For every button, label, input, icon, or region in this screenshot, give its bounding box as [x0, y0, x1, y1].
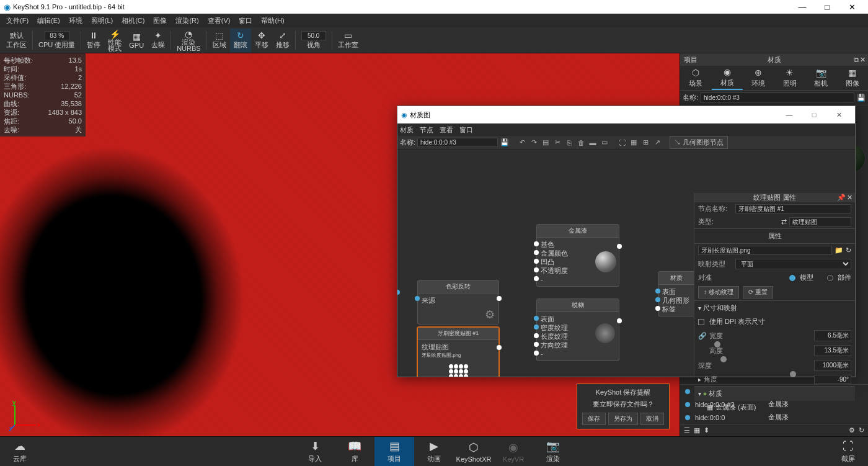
size-section-header[interactable]: 尺寸和映射 — [703, 304, 737, 311]
type-swap-icon[interactable]: ⇄ — [781, 218, 787, 226]
view-grid-icon[interactable]: ▦ — [694, 426, 700, 434]
mg-name-input[interactable] — [417, 138, 498, 147]
file-input[interactable] — [698, 246, 832, 255]
dolly-button[interactable]: ⤢推移 — [272, 29, 293, 52]
grid-icon[interactable]: ▦ — [629, 138, 639, 148]
tab-scene[interactable]: ⬡场景 — [680, 66, 712, 90]
menu-camera[interactable]: 相机(C) — [118, 15, 148, 27]
keyshotxr-button[interactable]: ⬡KeyShotXR — [454, 437, 494, 467]
tab-image[interactable]: ▦图像 — [837, 66, 869, 90]
panel-close-icon[interactable]: ✕ — [860, 56, 866, 64]
copy-icon[interactable]: ⎘ — [564, 138, 574, 148]
move-texture-button[interactable]: ↕ 移动纹理 — [698, 286, 739, 298]
menu-window[interactable]: 窗口 — [235, 15, 256, 27]
project-button[interactable]: ▤项目 — [374, 437, 414, 467]
props-close-icon[interactable]: ✕ — [847, 194, 852, 202]
nurbs-button[interactable]: ◔渲染 NURBS — [173, 29, 205, 52]
folder-icon[interactable]: 📁 — [835, 246, 843, 254]
screenshot-button[interactable]: ⛶截屏 — [828, 437, 868, 467]
redo-icon[interactable]: ↷ — [529, 138, 539, 148]
cloud-library-button[interactable]: ☁云库 — [0, 437, 40, 467]
pin-icon[interactable]: 📌 — [837, 194, 846, 202]
menu-help[interactable]: 帮助(H) — [257, 15, 288, 27]
workspace-default[interactable]: 默认工作区 — [2, 29, 30, 52]
width-input[interactable]: 6.5毫米 — [814, 330, 851, 341]
node-name-input[interactable] — [735, 204, 851, 213]
menu-view[interactable]: 查看(V) — [204, 15, 234, 27]
delete-icon[interactable]: 🗑 — [576, 138, 586, 148]
mg-maximize-button[interactable]: □ — [802, 111, 826, 119]
tool-icon[interactable]: ▤ — [541, 138, 551, 148]
depth-input[interactable]: 1000毫米 — [814, 360, 851, 371]
keyvr-button[interactable]: ◉KeyVR — [494, 437, 533, 467]
pause-button[interactable]: ⏸暂停 — [83, 29, 104, 52]
tab-camera[interactable]: 📷相机 — [805, 66, 837, 90]
type-input[interactable] — [789, 217, 851, 226]
undo-icon[interactable]: ↶ — [517, 138, 527, 148]
menu-edit[interactable]: 编辑(E) — [33, 15, 64, 27]
panel-undock-icon[interactable]: ⧉ — [854, 56, 859, 64]
angle-input[interactable]: -90° — [814, 375, 851, 384]
node-color-invert[interactable]: 色彩反转 来源 ⚙ — [417, 280, 499, 325]
filter-icon[interactable]: ⚙ — [849, 426, 855, 434]
menu-image[interactable]: 图像 — [149, 15, 170, 27]
node-texture-map[interactable]: 牙刷密度贴图 #1 纹理贴图 牙刷长度贴图.png — [417, 327, 499, 377]
mg-titlebar[interactable]: ◉ 材质图 — □ ✕ — [397, 106, 855, 123]
node-metal-paint[interactable]: 金属漆 基色 金属颜色 凹凸 不透明度 - — [536, 224, 619, 287]
menu-render[interactable]: 渲染(R) — [172, 15, 202, 27]
view-tree-icon[interactable]: ⬍ — [704, 426, 709, 434]
menu-environment[interactable]: 环境 — [65, 15, 86, 27]
region-button[interactable]: ⬚区域 — [209, 29, 230, 52]
render-button[interactable]: 📷渲染 — [533, 437, 573, 467]
axis-gizmo[interactable]: yxz — [9, 400, 40, 431]
gpu-button[interactable]: ▦GPU — [125, 29, 148, 52]
geom-nodes-button[interactable]: ↘ 几何图形节点 — [670, 136, 728, 149]
save-icon[interactable]: 💾 — [857, 94, 866, 102]
tool-icon[interactable]: ▬ — [588, 138, 598, 148]
tool-icon[interactable]: ✂ — [552, 138, 562, 148]
surface-item[interactable]: 金属漆 (表面) — [715, 403, 756, 412]
fov-button[interactable]: 50.0视角 — [298, 29, 330, 52]
save-button[interactable]: 保存 — [582, 413, 606, 425]
mg-menu-material[interactable]: 材质 — [400, 125, 414, 135]
library-button[interactable]: 📖库 — [335, 437, 374, 467]
menu-lighting[interactable]: 照明(L) — [87, 15, 117, 27]
material-section[interactable]: 材质 — [709, 390, 722, 397]
material-name-input[interactable] — [701, 92, 854, 103]
mg-menu-view[interactable]: 查看 — [440, 125, 453, 135]
reset-button[interactable]: ⟳ 重置 — [743, 286, 773, 298]
node-blur[interactable]: 模糊 表面 密度纹理 长度纹理 方向纹理 - — [536, 298, 619, 361]
reload-icon[interactable]: ↻ — [846, 246, 851, 254]
attr-tab[interactable]: 属性 — [694, 228, 855, 244]
mg-close-button[interactable]: ✕ — [826, 111, 851, 119]
menu-file[interactable]: 文件(F) — [2, 15, 32, 27]
animation-button[interactable]: ▶动画 — [414, 437, 454, 467]
save-icon[interactable]: 💾 — [500, 138, 510, 148]
mapping-select[interactable]: 平面 — [735, 259, 851, 269]
tab-lighting[interactable]: ☀照明 — [774, 66, 806, 90]
maximize-button[interactable]: □ — [815, 2, 839, 12]
import-button[interactable]: ⬇导入 — [295, 437, 335, 467]
mg-menu-node[interactable]: 节点 — [420, 125, 433, 135]
close-button[interactable]: ✕ — [839, 2, 864, 12]
mg-minimize-button[interactable]: — — [777, 111, 802, 119]
mg-menu-window[interactable]: 窗口 — [459, 125, 473, 135]
link-icon[interactable]: 🔗 — [698, 332, 707, 340]
pan-button[interactable]: ✥平移 — [251, 29, 272, 52]
tool-icon[interactable]: ▭ — [600, 138, 609, 148]
height-input[interactable]: 13.5毫米 — [814, 345, 851, 356]
tool-icon[interactable]: ⊞ — [640, 138, 650, 148]
node-material-output[interactable]: 材质 表面 几何图形 标签 — [658, 271, 695, 316]
expand-icon[interactable]: ↗ — [652, 138, 662, 148]
view-list-icon[interactable]: ☰ — [684, 426, 690, 434]
tab-material[interactable]: ◉材质 — [712, 66, 743, 90]
denoise-button[interactable]: ✦去噪 — [148, 29, 169, 52]
fit-icon[interactable]: ⛶ — [617, 138, 627, 148]
cancel-button[interactable]: 取消 — [640, 413, 664, 425]
cpu-button[interactable]: 83 %CPU 使用量 — [35, 29, 79, 52]
dpi-checkbox[interactable] — [698, 319, 704, 325]
refresh-icon[interactable]: ↻ — [859, 426, 864, 434]
minimize-button[interactable]: — — [790, 2, 815, 12]
studio-button[interactable]: ▭工作室 — [334, 29, 362, 52]
tumble-button[interactable]: ↻翻滚 — [230, 29, 251, 52]
